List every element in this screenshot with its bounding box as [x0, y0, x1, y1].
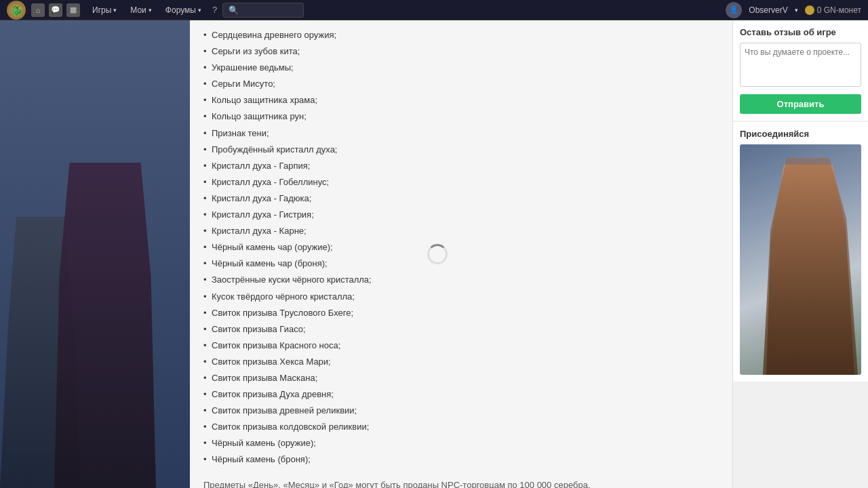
notice-text: Предметы «День», «Месяц» и «Год» могут б…	[203, 478, 719, 488]
review-widget-title: Оставь отзыв об игре	[740, 27, 861, 37]
loading-spinner	[427, 244, 448, 264]
character-right	[54, 163, 156, 488]
list-item: Кристалл духа - Гадюка;	[203, 190, 719, 207]
review-textarea[interactable]	[740, 43, 861, 87]
list-item: Серьги из зубов кита;	[203, 43, 719, 60]
chevron-down-icon: ▾	[795, 7, 798, 14]
item-list: Сердцевина древнего оружия; Серьги из зу…	[203, 27, 719, 468]
list-item: Кристалл духа - Карне;	[203, 223, 719, 239]
list-item: Свиток призыва Маскана;	[203, 370, 719, 386]
username[interactable]: ObserverV	[749, 5, 787, 15]
coins-display: 0 GN-монет	[805, 5, 861, 15]
list-item: Признак тени;	[203, 125, 719, 142]
search-input[interactable]	[222, 3, 304, 18]
join-image	[740, 144, 861, 375]
join-character-armor	[763, 158, 858, 375]
grid-icon[interactable]: ▦	[66, 3, 80, 17]
list-item: Пробуждённый кристалл духа;	[203, 142, 719, 158]
list-item: Свиток призыва Труслового Бхеге;	[203, 305, 719, 321]
list-item: Чёрный камень чар (броня);	[203, 256, 719, 272]
list-item: Кристалл духа - Гистрия;	[203, 207, 719, 223]
avatar[interactable]: 👤	[726, 2, 742, 18]
join-widget: Присоединяйся	[733, 122, 868, 382]
chat-icon[interactable]: 💬	[49, 3, 62, 17]
user-area: 👤 ObserverV ▾ 0 GN-монет	[726, 2, 861, 18]
review-submit-button[interactable]: Отправить	[740, 94, 861, 114]
help-button[interactable]: ?	[212, 5, 217, 15]
home-icon[interactable]: ⌂	[31, 3, 45, 17]
list-item: Кольцо защитника храма;	[203, 92, 719, 108]
list-item: Свиток призыва Хекса Мари;	[203, 354, 719, 370]
character-background	[0, 20, 190, 488]
list-item: Кристалл духа - Гобеллинус;	[203, 174, 719, 190]
list-item: Заострённые куски чёрного кристалла;	[203, 272, 719, 288]
list-item: Свиток призыва Гиасо;	[203, 321, 719, 338]
menu-my[interactable]: Мои ▾	[125, 4, 157, 16]
list-item: Свиток призыва Духа древня;	[203, 386, 719, 403]
menu-forums[interactable]: Форумы ▾	[160, 4, 207, 16]
list-item: Чёрный камень (оружие);	[203, 435, 719, 451]
site-logo[interactable]: 🐉	[7, 1, 26, 20]
coin-icon	[805, 5, 814, 15]
article-panel: Сердцевина древнего оружия; Серьги из зу…	[190, 20, 732, 488]
list-item: Сердцевина древнего оружия;	[203, 27, 719, 43]
list-item: Кристалл духа - Гарпия;	[203, 158, 719, 174]
list-item: Кусок твёрдого чёрного кристалла;	[203, 289, 719, 305]
character-panel	[0, 20, 190, 488]
menu-games[interactable]: Игры ▾	[87, 4, 122, 16]
review-widget: Оставь отзыв об игре Отправить	[733, 20, 868, 121]
join-widget-title: Присоединяйся	[740, 129, 861, 139]
list-item: Свиток призыва Красного носа;	[203, 338, 719, 354]
list-item: Чёрный камень (броня);	[203, 451, 719, 468]
list-item: Свиток призыва древней реликвии;	[203, 403, 719, 419]
list-item: Серьги Мисуто;	[203, 76, 719, 92]
chevron-down-icon: ▾	[198, 7, 201, 14]
list-item: Кольцо защитника рун;	[203, 108, 719, 125]
chevron-down-icon: ▾	[113, 7, 117, 14]
top-navigation: 🐉 ⌂ 💬 ▦ Игры ▾ Мои ▾ Форумы ▾ ? 👤 Observ…	[0, 0, 868, 20]
chevron-down-icon: ▾	[149, 7, 152, 14]
main-menu: Игры ▾ Мои ▾ Форумы ▾	[87, 4, 207, 16]
article-content: Сердцевина древнего оружия; Серьги из зу…	[203, 27, 719, 488]
nav-icons: ⌂ 💬 ▦	[31, 3, 80, 17]
list-item: Чёрный камень чар (оружие);	[203, 239, 719, 256]
right-sidebar: Оставь отзыв об игре Отправить Присоедин…	[732, 20, 868, 488]
list-item: Украшение ведьмы;	[203, 60, 719, 76]
list-item: Свиток призыва колдовской реликвии;	[203, 419, 719, 435]
